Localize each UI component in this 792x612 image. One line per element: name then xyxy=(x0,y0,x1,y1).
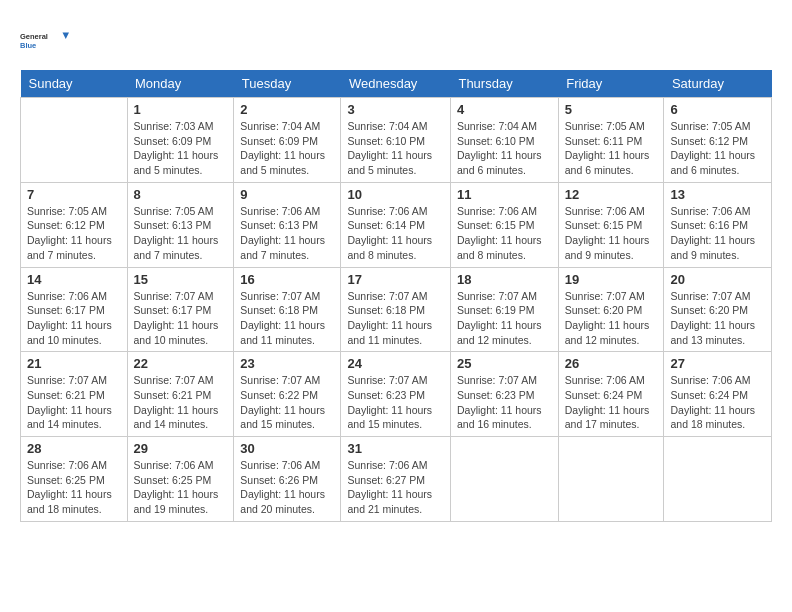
calendar-cell: 3Sunrise: 7:04 AMSunset: 6:10 PMDaylight… xyxy=(341,98,451,183)
day-info: Sunrise: 7:07 AMSunset: 6:18 PMDaylight:… xyxy=(347,289,444,348)
day-number: 16 xyxy=(240,272,334,287)
day-number: 15 xyxy=(134,272,228,287)
day-info: Sunrise: 7:04 AMSunset: 6:10 PMDaylight:… xyxy=(457,119,552,178)
day-info: Sunrise: 7:04 AMSunset: 6:10 PMDaylight:… xyxy=(347,119,444,178)
day-number: 21 xyxy=(27,356,121,371)
calendar-cell: 5Sunrise: 7:05 AMSunset: 6:11 PMDaylight… xyxy=(558,98,664,183)
calendar-cell: 9Sunrise: 7:06 AMSunset: 6:13 PMDaylight… xyxy=(234,182,341,267)
calendar-cell: 28Sunrise: 7:06 AMSunset: 6:25 PMDayligh… xyxy=(21,437,128,522)
day-number: 25 xyxy=(457,356,552,371)
calendar-week-1: 1Sunrise: 7:03 AMSunset: 6:09 PMDaylight… xyxy=(21,98,772,183)
day-number: 8 xyxy=(134,187,228,202)
calendar-week-2: 7Sunrise: 7:05 AMSunset: 6:12 PMDaylight… xyxy=(21,182,772,267)
weekday-header-tuesday: Tuesday xyxy=(234,70,341,98)
day-info: Sunrise: 7:06 AMSunset: 6:13 PMDaylight:… xyxy=(240,204,334,263)
day-number: 26 xyxy=(565,356,658,371)
calendar-cell: 24Sunrise: 7:07 AMSunset: 6:23 PMDayligh… xyxy=(341,352,451,437)
day-info: Sunrise: 7:05 AMSunset: 6:13 PMDaylight:… xyxy=(134,204,228,263)
day-info: Sunrise: 7:06 AMSunset: 6:27 PMDaylight:… xyxy=(347,458,444,517)
day-info: Sunrise: 7:06 AMSunset: 6:15 PMDaylight:… xyxy=(457,204,552,263)
calendar-cell: 14Sunrise: 7:06 AMSunset: 6:17 PMDayligh… xyxy=(21,267,128,352)
day-number: 7 xyxy=(27,187,121,202)
calendar-cell: 7Sunrise: 7:05 AMSunset: 6:12 PMDaylight… xyxy=(21,182,128,267)
day-info: Sunrise: 7:07 AMSunset: 6:21 PMDaylight:… xyxy=(134,373,228,432)
weekday-header-monday: Monday xyxy=(127,70,234,98)
day-number: 6 xyxy=(670,102,765,117)
day-number: 28 xyxy=(27,441,121,456)
weekday-header-wednesday: Wednesday xyxy=(341,70,451,98)
calendar-cell: 6Sunrise: 7:05 AMSunset: 6:12 PMDaylight… xyxy=(664,98,772,183)
calendar-cell xyxy=(21,98,128,183)
day-number: 11 xyxy=(457,187,552,202)
day-number: 9 xyxy=(240,187,334,202)
day-info: Sunrise: 7:07 AMSunset: 6:17 PMDaylight:… xyxy=(134,289,228,348)
day-number: 2 xyxy=(240,102,334,117)
calendar-cell: 11Sunrise: 7:06 AMSunset: 6:15 PMDayligh… xyxy=(450,182,558,267)
day-info: Sunrise: 7:06 AMSunset: 6:17 PMDaylight:… xyxy=(27,289,121,348)
day-number: 3 xyxy=(347,102,444,117)
day-info: Sunrise: 7:07 AMSunset: 6:20 PMDaylight:… xyxy=(670,289,765,348)
day-info: Sunrise: 7:07 AMSunset: 6:20 PMDaylight:… xyxy=(565,289,658,348)
day-number: 14 xyxy=(27,272,121,287)
logo: General Blue xyxy=(20,20,70,60)
calendar-cell: 15Sunrise: 7:07 AMSunset: 6:17 PMDayligh… xyxy=(127,267,234,352)
calendar-table: SundayMondayTuesdayWednesdayThursdayFrid… xyxy=(20,70,772,522)
calendar-week-5: 28Sunrise: 7:06 AMSunset: 6:25 PMDayligh… xyxy=(21,437,772,522)
calendar-cell xyxy=(558,437,664,522)
calendar-cell: 1Sunrise: 7:03 AMSunset: 6:09 PMDaylight… xyxy=(127,98,234,183)
day-info: Sunrise: 7:07 AMSunset: 6:22 PMDaylight:… xyxy=(240,373,334,432)
day-info: Sunrise: 7:06 AMSunset: 6:14 PMDaylight:… xyxy=(347,204,444,263)
weekday-header-thursday: Thursday xyxy=(450,70,558,98)
day-number: 30 xyxy=(240,441,334,456)
svg-text:General: General xyxy=(20,32,48,41)
weekday-header-row: SundayMondayTuesdayWednesdayThursdayFrid… xyxy=(21,70,772,98)
day-number: 4 xyxy=(457,102,552,117)
day-info: Sunrise: 7:07 AMSunset: 6:23 PMDaylight:… xyxy=(457,373,552,432)
calendar-cell xyxy=(450,437,558,522)
day-info: Sunrise: 7:07 AMSunset: 6:18 PMDaylight:… xyxy=(240,289,334,348)
day-info: Sunrise: 7:06 AMSunset: 6:24 PMDaylight:… xyxy=(670,373,765,432)
calendar-week-3: 14Sunrise: 7:06 AMSunset: 6:17 PMDayligh… xyxy=(21,267,772,352)
calendar-cell: 18Sunrise: 7:07 AMSunset: 6:19 PMDayligh… xyxy=(450,267,558,352)
day-number: 29 xyxy=(134,441,228,456)
day-number: 24 xyxy=(347,356,444,371)
weekday-header-friday: Friday xyxy=(558,70,664,98)
weekday-header-saturday: Saturday xyxy=(664,70,772,98)
calendar-week-4: 21Sunrise: 7:07 AMSunset: 6:21 PMDayligh… xyxy=(21,352,772,437)
calendar-cell: 26Sunrise: 7:06 AMSunset: 6:24 PMDayligh… xyxy=(558,352,664,437)
day-info: Sunrise: 7:05 AMSunset: 6:12 PMDaylight:… xyxy=(670,119,765,178)
day-info: Sunrise: 7:07 AMSunset: 6:19 PMDaylight:… xyxy=(457,289,552,348)
day-info: Sunrise: 7:05 AMSunset: 6:11 PMDaylight:… xyxy=(565,119,658,178)
day-info: Sunrise: 7:06 AMSunset: 6:26 PMDaylight:… xyxy=(240,458,334,517)
calendar-cell: 16Sunrise: 7:07 AMSunset: 6:18 PMDayligh… xyxy=(234,267,341,352)
calendar-cell: 27Sunrise: 7:06 AMSunset: 6:24 PMDayligh… xyxy=(664,352,772,437)
day-number: 10 xyxy=(347,187,444,202)
calendar-cell: 31Sunrise: 7:06 AMSunset: 6:27 PMDayligh… xyxy=(341,437,451,522)
day-number: 13 xyxy=(670,187,765,202)
day-number: 22 xyxy=(134,356,228,371)
calendar-cell: 17Sunrise: 7:07 AMSunset: 6:18 PMDayligh… xyxy=(341,267,451,352)
day-info: Sunrise: 7:06 AMSunset: 6:15 PMDaylight:… xyxy=(565,204,658,263)
svg-marker-2 xyxy=(63,33,70,40)
day-info: Sunrise: 7:06 AMSunset: 6:16 PMDaylight:… xyxy=(670,204,765,263)
calendar-cell: 2Sunrise: 7:04 AMSunset: 6:09 PMDaylight… xyxy=(234,98,341,183)
page-header: General Blue xyxy=(20,20,772,60)
calendar-cell: 12Sunrise: 7:06 AMSunset: 6:15 PMDayligh… xyxy=(558,182,664,267)
day-number: 20 xyxy=(670,272,765,287)
calendar-cell: 30Sunrise: 7:06 AMSunset: 6:26 PMDayligh… xyxy=(234,437,341,522)
day-info: Sunrise: 7:07 AMSunset: 6:21 PMDaylight:… xyxy=(27,373,121,432)
day-number: 27 xyxy=(670,356,765,371)
calendar-cell: 29Sunrise: 7:06 AMSunset: 6:25 PMDayligh… xyxy=(127,437,234,522)
calendar-cell: 25Sunrise: 7:07 AMSunset: 6:23 PMDayligh… xyxy=(450,352,558,437)
calendar-cell: 19Sunrise: 7:07 AMSunset: 6:20 PMDayligh… xyxy=(558,267,664,352)
day-number: 31 xyxy=(347,441,444,456)
day-number: 17 xyxy=(347,272,444,287)
day-info: Sunrise: 7:05 AMSunset: 6:12 PMDaylight:… xyxy=(27,204,121,263)
calendar-cell: 23Sunrise: 7:07 AMSunset: 6:22 PMDayligh… xyxy=(234,352,341,437)
day-info: Sunrise: 7:06 AMSunset: 6:24 PMDaylight:… xyxy=(565,373,658,432)
calendar-cell: 21Sunrise: 7:07 AMSunset: 6:21 PMDayligh… xyxy=(21,352,128,437)
svg-text:Blue: Blue xyxy=(20,41,36,50)
day-number: 23 xyxy=(240,356,334,371)
calendar-cell: 13Sunrise: 7:06 AMSunset: 6:16 PMDayligh… xyxy=(664,182,772,267)
day-number: 19 xyxy=(565,272,658,287)
